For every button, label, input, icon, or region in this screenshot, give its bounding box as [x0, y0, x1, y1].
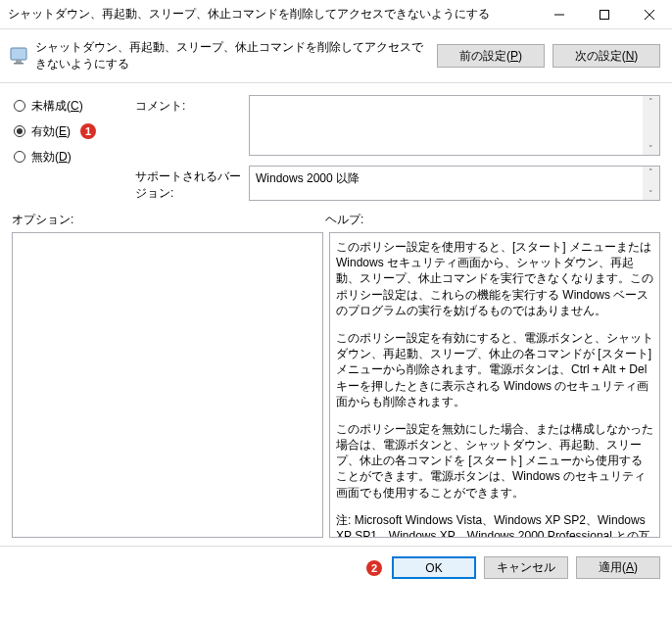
help-paragraph: 注: Microsoft Windows Vista、Windows XP SP… — [336, 512, 653, 538]
cancel-button[interactable]: キャンセル — [484, 556, 568, 579]
policy-icon — [10, 47, 27, 65]
next-setting-button[interactable]: 次の設定(N) — [552, 44, 660, 68]
options-pane — [12, 232, 323, 538]
toolbar: シャットダウン、再起動、スリープ、休止コマンドを削除してアクセスできないようにす… — [0, 29, 672, 80]
maximize-button[interactable] — [582, 0, 627, 28]
svg-rect-1 — [600, 10, 609, 19]
titlebar: シャットダウン、再起動、スリープ、休止コマンドを削除してアクセスできないようにす… — [0, 0, 672, 29]
svg-rect-6 — [14, 63, 24, 65]
help-pane: このポリシー設定を使用すると、[スタート] メニューまたは Windows セキ… — [329, 232, 660, 538]
options-label: オプション: — [12, 212, 325, 228]
window-controls — [537, 0, 672, 28]
section-labels: オプション: ヘルプ: — [0, 202, 672, 232]
supported-on-value: Windows 2000 以降 — [256, 170, 360, 187]
annotation-1: 1 — [80, 123, 96, 139]
svg-rect-5 — [16, 60, 22, 63]
scrollbar[interactable]: ˄˅ — [643, 167, 659, 200]
annotation-2: 2 — [366, 560, 382, 576]
radio-icon — [14, 125, 25, 137]
comment-label: コメント: — [135, 95, 243, 115]
radio-icon — [14, 100, 25, 112]
radio-not-configured[interactable]: 未構成(C) — [14, 95, 129, 117]
supported-on-box: Windows 2000 以降 ˄˅ — [249, 166, 660, 201]
apply-button[interactable]: 適用(A) — [576, 556, 660, 579]
ok-button[interactable]: OK — [392, 556, 476, 579]
help-paragraph: このポリシー設定を使用すると、[スタート] メニューまたは Windows セキ… — [336, 239, 653, 318]
body-area: 未構成(C) 有効(E) 1 無効(D) コメント: ˄˅ サポートされるバージ… — [0, 89, 672, 202]
previous-setting-button[interactable]: 前の設定(P) — [437, 44, 545, 68]
minimize-button[interactable] — [537, 0, 582, 28]
divider — [0, 82, 672, 83]
panes: このポリシー設定を使用すると、[スタート] メニューまたは Windows セキ… — [0, 232, 672, 538]
window-title: シャットダウン、再起動、スリープ、休止コマンドを削除してアクセスできないようにす… — [8, 6, 537, 23]
supported-label: サポートされるバージョン: — [135, 166, 243, 202]
radio-icon — [14, 151, 25, 163]
svg-rect-4 — [11, 48, 26, 60]
help-paragraph: このポリシー設定を無効にした場合、または構成しなかった場合は、電源ボタンと、シャ… — [336, 421, 653, 501]
help-paragraph: このポリシー設定を有効にすると、電源ボタンと、シャットダウン、再起動、スリープ、… — [336, 330, 653, 409]
help-label: ヘルプ: — [325, 212, 363, 228]
radio-disabled[interactable]: 無効(D) — [14, 146, 129, 168]
footer: 2 OK キャンセル 適用(A) — [0, 546, 672, 589]
setting-name-label: シャットダウン、再起動、スリープ、休止コマンドを削除してアクセスできないようにす… — [35, 39, 429, 72]
state-radios: 未構成(C) 有効(E) 1 無効(D) — [12, 95, 129, 171]
radio-enabled[interactable]: 有効(E) 1 — [14, 120, 129, 142]
scrollbar[interactable]: ˄˅ — [643, 96, 659, 155]
comment-textarea[interactable]: ˄˅ — [249, 95, 660, 156]
close-button[interactable] — [627, 0, 672, 28]
